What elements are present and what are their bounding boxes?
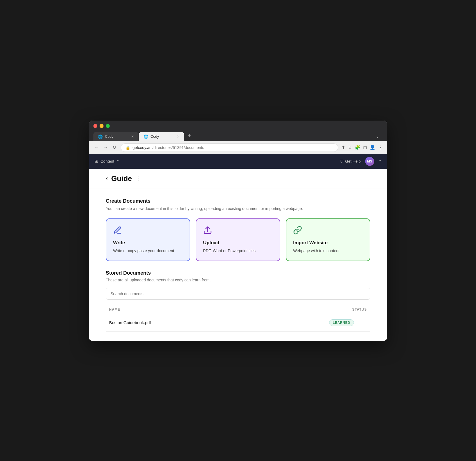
write-card-title: Write [113, 240, 183, 246]
avatar-initials: MS [367, 159, 372, 163]
status-badge: LEARNED [329, 319, 354, 326]
menu-icon[interactable]: ⋮ [378, 145, 383, 150]
app-header-left: ⊞ Content ⌃ [95, 159, 119, 164]
url-domain: getcody.ai [133, 145, 150, 150]
write-icon [113, 226, 183, 237]
col-name: NAME [106, 305, 244, 314]
tab-chevron[interactable]: ⌄ [372, 131, 383, 141]
write-card-desc: Write or copy paste your document [113, 248, 183, 254]
page-header: ‹ Guide ⋮ [89, 169, 387, 189]
stored-docs-title: Stored Documents [106, 270, 370, 276]
new-tab-button[interactable]: + [185, 131, 194, 141]
sidebar-icon: ⊞ [95, 159, 98, 164]
tab-2-close[interactable]: ✕ [177, 135, 179, 139]
content-chevron-icon[interactable]: ⌃ [116, 159, 119, 163]
row-more-button[interactable]: ⋮ [357, 318, 367, 327]
table-body: Boston Guidebook.pdf LEARNED ⋮ [106, 314, 370, 331]
doc-name: Boston Guidebook.pdf [106, 314, 244, 331]
toolbar-actions: ⬆ ☆ 🧩 ◻ 👤 ⋮ [342, 145, 383, 150]
address-bar: ← → ↻ 🔒 getcody.ai /directories/51391/do… [89, 141, 387, 154]
create-docs-title: Create Documents [106, 198, 370, 204]
create-docs-description: You can create a new document in this fo… [106, 206, 370, 212]
document-cards-row: Write Write or copy paste your document … [106, 218, 370, 261]
maximize-button[interactable] [106, 124, 110, 128]
table-header: NAME STATUS [106, 305, 370, 314]
import-card-desc: Webpage with text content [293, 248, 363, 254]
main-content: ‹ Guide ⋮ Create Documents You can creat… [89, 169, 387, 341]
close-button[interactable] [93, 124, 97, 128]
url-bar[interactable]: 🔒 getcody.ai /directories/51391/document… [121, 143, 338, 152]
page-title: Guide [111, 174, 132, 183]
app-header-right: 🗨 Get Help MS ⌃ [340, 157, 381, 166]
extensions-icon[interactable]: 🧩 [355, 145, 360, 150]
help-icon: 🗨 [340, 159, 343, 164]
row-actions: LEARNED ⋮ [247, 318, 367, 327]
import-card-title: Import Website [293, 240, 363, 246]
back-button[interactable]: ‹ [106, 175, 108, 182]
get-help-button[interactable]: 🗨 Get Help [340, 159, 361, 164]
upload-card-title: Upload [203, 240, 273, 246]
stored-documents-section: Stored Documents These are all uploaded … [89, 270, 387, 341]
tab-bar: 🌐 Cody ✕ 🌐 Cody ✕ + ⌄ [93, 131, 383, 141]
profile-icon[interactable]: ◻ [363, 145, 367, 150]
url-path: /directories/51391/documents [152, 145, 204, 150]
documents-table: NAME STATUS Boston Guidebook.pdf LEARNED… [106, 305, 370, 332]
share-icon[interactable]: ⬆ [342, 145, 345, 150]
stored-docs-description: These are all uploaded documents that co… [106, 278, 370, 282]
browser-chrome: 🌐 Cody ✕ 🌐 Cody ✕ + ⌄ [89, 121, 387, 141]
tab-2-icon: 🌐 [143, 134, 148, 139]
tab-1-icon: 🌐 [98, 134, 103, 139]
tab-2[interactable]: 🌐 Cody ✕ [139, 132, 184, 141]
bookmark-icon[interactable]: ☆ [348, 145, 352, 150]
tab-1-label: Cody [105, 134, 113, 139]
content-label[interactable]: Content [100, 159, 114, 164]
tab-2-label: Cody [151, 134, 159, 139]
upload-icon [203, 226, 273, 237]
tab-1[interactable]: 🌐 Cody ✕ [93, 132, 138, 141]
write-card[interactable]: Write Write or copy paste your document [106, 218, 190, 261]
upload-card[interactable]: Upload PDF, Word or Powerpoint files [196, 218, 280, 261]
browser-window: 🌐 Cody ✕ 🌐 Cody ✕ + ⌄ ← → ↻ 🔒 getcody.ai… [89, 121, 387, 341]
table-row: Boston Guidebook.pdf LEARNED ⋮ [106, 314, 370, 331]
page-more-button[interactable]: ⋮ [135, 175, 141, 182]
create-documents-section: Create Documents You can create a new do… [89, 189, 387, 270]
user-avatar-icon[interactable]: 👤 [370, 145, 375, 150]
back-nav-button[interactable]: ← [93, 144, 100, 151]
nav-buttons: ← → ↻ [93, 144, 117, 151]
traffic-lights [93, 124, 383, 128]
tab-1-close[interactable]: ✕ [131, 135, 134, 139]
import-card[interactable]: Import Website Webpage with text content [286, 218, 370, 261]
app-header: ⊞ Content ⌃ 🗨 Get Help MS ⌃ [89, 154, 387, 169]
import-icon [293, 226, 363, 237]
forward-nav-button[interactable]: → [102, 144, 109, 151]
upload-card-desc: PDF, Word or Powerpoint files [203, 248, 273, 254]
minimize-button[interactable] [100, 124, 104, 128]
search-input[interactable] [106, 288, 370, 300]
lock-icon: 🔒 [125, 145, 130, 150]
doc-status-cell: LEARNED ⋮ [244, 314, 370, 331]
refresh-button[interactable]: ↻ [111, 144, 117, 151]
get-help-label: Get Help [345, 159, 361, 164]
avatar-chevron-icon[interactable]: ⌃ [379, 159, 381, 163]
user-avatar[interactable]: MS [365, 157, 374, 166]
col-status: STATUS [244, 305, 370, 314]
